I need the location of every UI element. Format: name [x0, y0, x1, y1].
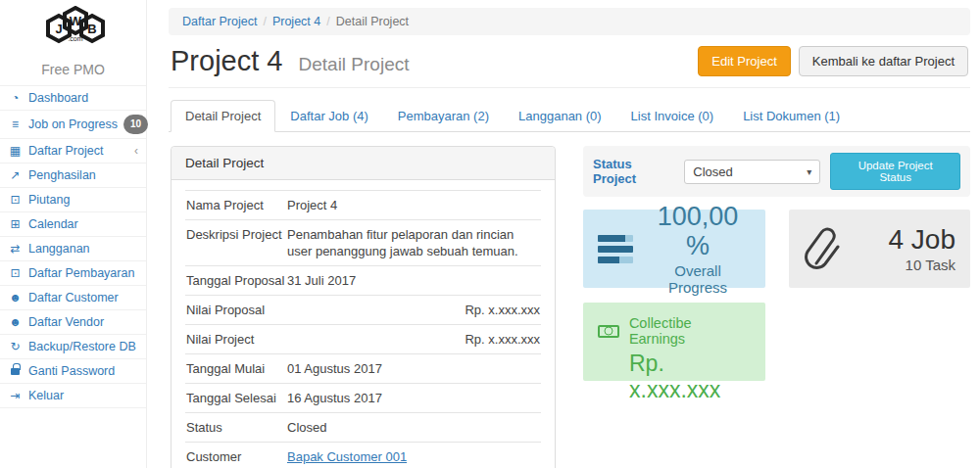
tab-daftar-job[interactable]: Daftar Job (4)	[275, 100, 382, 132]
brand: J W B .com Free PMO	[0, 0, 146, 85]
table-row: Nilai Proposal Rp. x.xxx.xxx	[185, 295, 541, 324]
chevron-down-icon: ▾	[807, 166, 811, 177]
sidebar-nav: ◔ Dashboard ≡ Job on Progress 10 ▦ Dafta…	[0, 85, 146, 408]
breadcrumb-project-4[interactable]: Project 4	[272, 15, 320, 28]
header-divider	[169, 87, 970, 88]
sidebar: J W B .com Free PMO ◔ Dashboard ≡ Job on…	[0, 0, 147, 468]
table-row: Tanggal Selesai 16 Agustus 2017	[185, 383, 541, 412]
table-row: Customer Bapak Customer 001	[185, 442, 541, 468]
jobs-value: 4 Job	[889, 225, 956, 255]
breadcrumb-daftar-project[interactable]: Daftar Project	[182, 15, 257, 28]
sidebar-item-calendar[interactable]: ⊞ Calendar	[0, 212, 146, 237]
tasks-icon	[598, 235, 633, 263]
overall-progress-widget: 100,00 % Overall Progress	[583, 210, 765, 288]
earnings-label: Collectibe Earnings	[629, 315, 751, 347]
jobs-sub: 10 Task	[889, 257, 956, 273]
sidebar-item-piutang[interactable]: ⊡ Piutang	[0, 188, 146, 212]
sidebar-item-dashboard[interactable]: ◔ Dashboard	[0, 86, 146, 111]
tab-list-dokumen[interactable]: List Dokumen (1)	[728, 100, 855, 132]
status-select[interactable]: Closed ▾	[684, 160, 820, 184]
calendar-icon: ⊞	[8, 216, 23, 232]
breadcrumb-current: Detail Project	[336, 15, 409, 28]
sidebar-item-backup-restore-db[interactable]: ↻ Backup/Restore DB	[0, 335, 146, 359]
retweet-icon: ⇄	[8, 241, 23, 257]
sidebar-item-penghasilan[interactable]: ↗ Penghasilan	[0, 164, 146, 188]
lock-icon	[8, 363, 23, 379]
back-to-list-button[interactable]: Kembali ke daftar Project	[799, 46, 968, 76]
main-content: Daftar Project/Project 4/Detail Project …	[147, 0, 980, 468]
collectible-earnings-widget: Collectibe Earnings Rp. x.xxx.xxx	[583, 303, 765, 381]
table-row: Nilai Project Rp. x.xxx.xxx	[185, 324, 541, 353]
sidebar-item-keluar[interactable]: ⇥ Keluar	[0, 384, 146, 408]
table-icon: ▦	[8, 143, 23, 159]
status-project-label: Status Project	[593, 157, 674, 186]
list-icon: ≡	[8, 117, 23, 132]
table-row: Tanggal Proposal 31 Juli 2017	[185, 265, 541, 295]
svg-text:W: W	[69, 14, 81, 28]
tab-list-invoice[interactable]: List Invoice (0)	[616, 100, 729, 132]
update-project-status-button[interactable]: Update Project Status	[830, 153, 960, 190]
sign-out-icon: ⇥	[8, 388, 23, 403]
app-window: J W B .com Free PMO ◔ Dashboard ≡ Job on…	[0, 0, 980, 468]
sidebar-item-job-on-progress[interactable]: ≡ Job on Progress 10	[0, 111, 146, 139]
tab-langganan[interactable]: Langganan (0)	[504, 100, 616, 132]
tab-pembayaran[interactable]: Pembayaran (2)	[383, 100, 504, 132]
sidebar-item-daftar-project[interactable]: ▦ Daftar Project ‹	[0, 139, 146, 164]
sidebar-item-daftar-pembayaran[interactable]: ⊡ Daftar Pembayaran	[0, 261, 146, 286]
table-row: Status Closed	[185, 412, 541, 442]
users-icon: ☻	[8, 314, 23, 330]
tab-detail-project[interactable]: Detail Project	[171, 100, 275, 132]
brand-name: Free PMO	[0, 62, 146, 77]
page-header: Project 4 Detail Project Edit Project Ke…	[171, 45, 968, 77]
chevron-left-icon: ‹	[134, 143, 138, 159]
page-title: Project 4 Detail Project	[171, 45, 410, 77]
money-icon	[598, 325, 619, 338]
sidebar-item-daftar-vendor[interactable]: ☻ Daftar Vendor	[0, 310, 146, 335]
sidebar-item-ganti-password[interactable]: Ganti Password	[0, 359, 146, 384]
job-count-badge: 10	[123, 115, 148, 134]
money-icon: ⊡	[8, 192, 23, 208]
detail-table: Nama Project Project 4 Deskripsi Project…	[172, 180, 555, 468]
jobs-widget: 4 Job 10 Task	[789, 210, 970, 288]
breadcrumb: Daftar Project/Project 4/Detail Project	[169, 8, 970, 35]
svg-text:.com: .com	[68, 35, 82, 42]
page-subtitle: Detail Project	[299, 54, 410, 74]
sidebar-item-daftar-customer[interactable]: ☻ Daftar Customer	[0, 286, 146, 310]
panel-title: Detail Project	[172, 147, 555, 180]
customer-link[interactable]: Bapak Customer 001	[287, 449, 407, 464]
status-project-bar: Status Project Closed ▾ Update Project S…	[583, 146, 970, 197]
earnings-value: Rp. x.xxx.xxx	[629, 351, 751, 403]
jwb-logo-icon: J W B .com	[19, 6, 128, 57]
svg-text:J: J	[55, 22, 62, 36]
dashboard-icon: ◔	[8, 90, 23, 106]
tab-bar: Detail Project Daftar Job (4) Pembayaran…	[169, 100, 970, 132]
progress-label: Overall Progress	[645, 262, 751, 296]
status-select-value: Closed	[693, 164, 732, 179]
paperclip-icon	[804, 224, 845, 273]
svg-text:B: B	[87, 22, 96, 36]
progress-value: 100,00 %	[645, 202, 751, 260]
users-icon: ☻	[8, 290, 23, 305]
sidebar-item-langganan[interactable]: ⇄ Langganan	[0, 237, 146, 261]
money-icon: ⊡	[8, 265, 23, 281]
edit-project-button[interactable]: Edit Project	[698, 46, 790, 76]
table-row: Tanggal Mulai 01 Agustus 2017	[185, 353, 541, 383]
chart-line-icon: ↗	[8, 167, 23, 183]
detail-project-panel: Detail Project Nama Project Project 4 De…	[171, 146, 556, 468]
table-row: Nama Project Project 4	[185, 190, 541, 219]
refresh-icon: ↻	[8, 339, 23, 354]
table-row: Deskripsi Project Penambahan fitur pelap…	[185, 219, 541, 265]
right-column: Status Project Closed ▾ Update Project S…	[583, 146, 970, 468]
